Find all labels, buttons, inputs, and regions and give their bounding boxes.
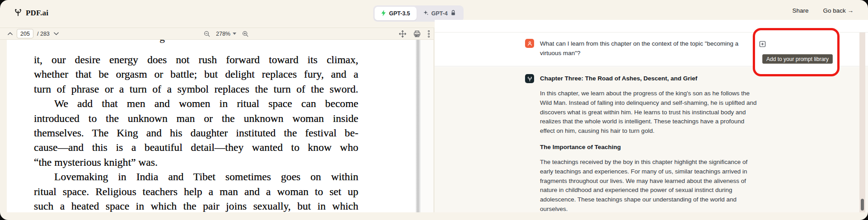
assistant-message: Chapter Three: The Road of Ashes, Descen… <box>525 74 841 214</box>
model-toggle: GPT-3.5 GPT-4 <box>373 5 464 22</box>
tab-gpt4[interactable]: GPT-4 <box>417 7 462 20</box>
answer-paragraph-1: In this chapter, we learn about the prog… <box>540 89 768 136</box>
pdfai-logo[interactable]: PDF.ai <box>14 8 48 19</box>
book-text-line: We add that men and women in ritual spac… <box>34 96 358 111</box>
pdf-pane: / 283 278% <box>0 28 434 212</box>
assistant-message-area: Chapter Three: The Road of Ashes, Descen… <box>435 67 868 212</box>
book-text-line: turn of phrase or a turn of a symbol rep… <box>34 82 358 96</box>
book-text-line: themselves. The King and his daughter in… <box>34 126 358 140</box>
gpt4-label: GPT-4 <box>432 10 448 17</box>
page-down-icon[interactable] <box>53 32 59 36</box>
pdf-page: g it, our desire energy does not rush fo… <box>7 40 422 212</box>
page-up-icon[interactable] <box>7 32 13 36</box>
page-total-label: / 283 <box>37 31 50 37</box>
book-text-line: ritual space. Religious teachers help a … <box>34 184 358 199</box>
tab-gpt35[interactable]: GPT-3.5 <box>375 7 417 20</box>
zoom-in-icon[interactable] <box>242 30 249 37</box>
pdf-canvas[interactable]: g it, our desire energy does not rush fo… <box>0 40 433 212</box>
chat-scrollbar-track[interactable] <box>859 33 865 212</box>
book-text-line: introduced to the unknown man or the unk… <box>34 111 358 126</box>
go-back-button[interactable]: Go back → <box>823 7 854 14</box>
lock-icon <box>450 10 456 17</box>
zoom-out-icon[interactable] <box>203 30 211 37</box>
share-button[interactable]: Share <box>792 7 808 14</box>
print-icon[interactable] <box>413 30 421 38</box>
chat-scrollbar-thumb[interactable] <box>861 199 864 211</box>
pdf-tools <box>399 28 430 39</box>
pdf-vertical-scrollbar[interactable] <box>416 40 421 212</box>
page-navigation: / 283 <box>7 28 59 39</box>
book-text-line: cause—and this is a beautiful detail—the… <box>34 140 358 154</box>
user-avatar <box>525 39 534 48</box>
book-text-line: Lovemaking in India and Tibet sometimes … <box>34 169 358 184</box>
pdf-toolbar: / 283 278% <box>0 28 434 40</box>
zoom-caret-icon <box>233 33 236 35</box>
book-text-line: “the mysterious knight” was. <box>34 155 358 169</box>
zoom-level-value: 278% <box>216 31 230 37</box>
pdfai-leaf-icon <box>14 8 23 19</box>
assistant-avatar <box>525 74 534 83</box>
pan-move-icon[interactable] <box>399 30 407 38</box>
gpt35-label: GPT-3.5 <box>389 10 410 17</box>
prompt-library-tooltip: Add to your prompt library <box>762 54 833 64</box>
user-question-text: What can I learn from this chapter on th… <box>540 39 768 66</box>
book-text-line: it, our desire energy does not rush forw… <box>34 52 358 67</box>
app-window: PDF.ai GPT-3.5 GPT-4 Share Go back <box>0 0 868 220</box>
book-text-cut-line: g <box>160 40 165 43</box>
assistant-content: Chapter Three: The Road of Ashes, Descen… <box>540 74 768 214</box>
zoom-controls: 278% <box>203 28 249 39</box>
logo-text: PDF.ai <box>26 9 48 18</box>
pdf-gutter <box>421 40 433 212</box>
book-text-line: such a heated space in which the pair jo… <box>34 199 358 213</box>
lightning-icon <box>381 10 386 18</box>
book-text-block: it, our desire energy does not rush forw… <box>34 52 358 213</box>
answer-paragraph-2: The teachings received by the boy in thi… <box>540 158 768 214</box>
sparkle-icon <box>423 10 429 17</box>
more-options-kebab-icon[interactable] <box>427 30 430 38</box>
zoom-level-dropdown[interactable]: 278% <box>216 31 236 37</box>
add-to-prompt-library-icon[interactable] <box>759 40 766 50</box>
answer-subheading: The Importance of Teaching <box>540 143 768 152</box>
red-highlight-annotation <box>753 28 840 76</box>
page-number-input[interactable] <box>17 29 33 38</box>
header-actions: Share Go back → <box>792 7 854 14</box>
answer-title: Chapter Three: The Road of Ashes, Descen… <box>540 74 768 83</box>
book-text-line: whether that be orgasm or battle; but de… <box>34 67 358 81</box>
